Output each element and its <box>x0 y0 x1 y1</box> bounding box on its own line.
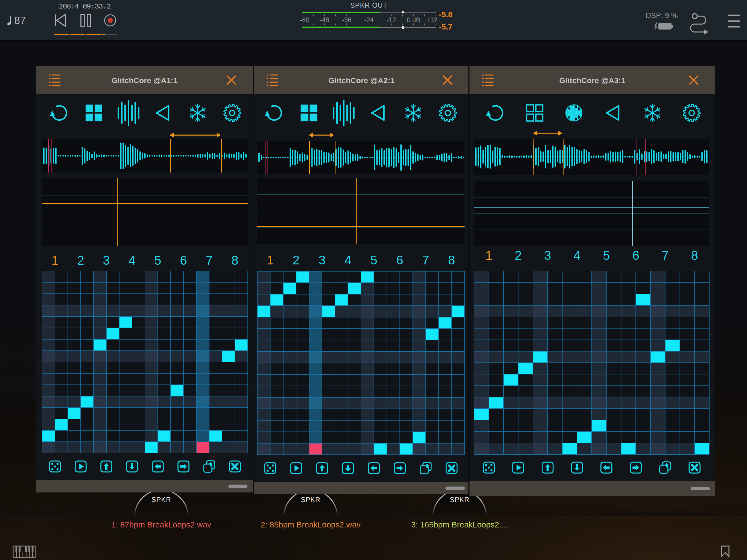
svg-text:4: 4 <box>573 248 581 262</box>
svg-text:-12: -12 <box>387 16 396 24</box>
svg-text:-48: -48 <box>319 16 329 24</box>
svg-text:-60: -60 <box>300 16 310 24</box>
svg-text:87: 87 <box>14 15 26 26</box>
svg-text:8: 8 <box>448 253 455 267</box>
svg-text:5: 5 <box>154 253 161 268</box>
svg-text:7: 7 <box>206 253 213 268</box>
svg-text:2: 2 <box>515 248 522 262</box>
svg-text:208:4 09:33.2: 208:4 09:33.2 <box>59 2 111 11</box>
svg-text:0 dB: 0 dB <box>407 16 420 24</box>
svg-text:2: 85bpm BreakLoops2.wav: 2: 85bpm BreakLoops2.wav <box>261 520 361 529</box>
svg-text:6: 6 <box>632 248 639 262</box>
svg-text:-5.7: -5.7 <box>439 22 453 31</box>
svg-text:SPKR OUT: SPKR OUT <box>350 1 387 9</box>
svg-text:4: 4 <box>344 253 352 267</box>
svg-text:1: 1 <box>51 253 58 268</box>
svg-text:2: 2 <box>77 253 84 268</box>
svg-text:GlitchCore @A3:1: GlitchCore @A3:1 <box>559 76 625 85</box>
svg-text:3: 3 <box>544 248 551 262</box>
svg-text:8: 8 <box>691 248 698 262</box>
svg-text:5: 5 <box>370 253 378 267</box>
svg-text:1: 1 <box>267 253 274 267</box>
svg-text:3: 165bpm BreakLoops2....: 3: 165bpm BreakLoops2.... <box>411 520 508 529</box>
svg-text:-36: -36 <box>342 16 352 24</box>
svg-text:6: 6 <box>180 253 187 268</box>
svg-text:GlitchCore @A1:1: GlitchCore @A1:1 <box>111 76 178 85</box>
svg-text:DSP: 9 %: DSP: 9 % <box>646 11 677 20</box>
svg-text:GlitchCore @A2:1: GlitchCore @A2:1 <box>328 76 394 85</box>
svg-text:7: 7 <box>422 253 429 267</box>
svg-text:+12: +12 <box>426 16 437 24</box>
svg-text:7: 7 <box>662 248 669 262</box>
svg-text:1: 1 <box>485 248 492 262</box>
svg-text:6: 6 <box>396 253 403 267</box>
svg-text:1: 87bpm BreakLoops2.wav: 1: 87bpm BreakLoops2.wav <box>111 520 211 529</box>
svg-text:2: 2 <box>292 253 300 267</box>
svg-text:3: 3 <box>103 253 110 268</box>
svg-text:5: 5 <box>603 248 610 262</box>
svg-text:8: 8 <box>231 253 238 268</box>
svg-text:3: 3 <box>318 253 326 267</box>
svg-text:4: 4 <box>129 253 136 268</box>
svg-text:-24: -24 <box>364 16 374 24</box>
svg-text:-5.8: -5.8 <box>439 10 453 19</box>
